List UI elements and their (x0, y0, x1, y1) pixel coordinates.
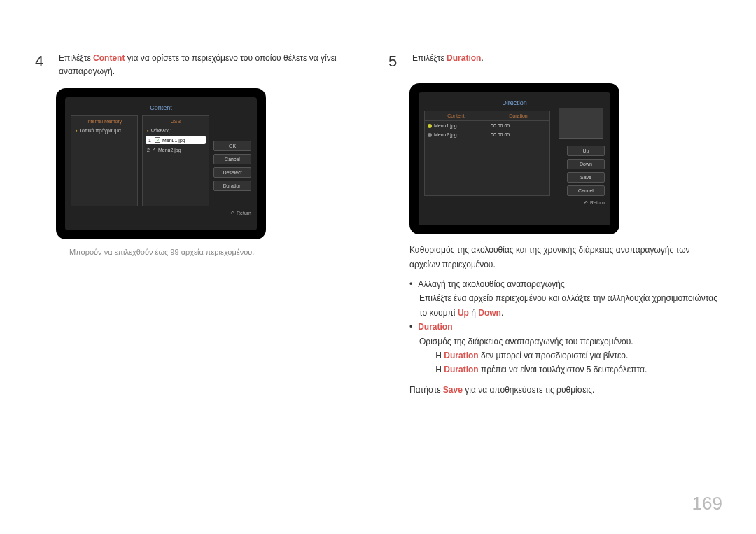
deselect-button[interactable]: Deselect (214, 167, 251, 178)
checkbox-icon: ✓ (155, 137, 160, 143)
checkbox-icon: ✓ (152, 147, 156, 153)
folder-icon: ▪ (76, 128, 77, 133)
text: Πατήστε (410, 385, 443, 395)
button-column: Up Down Save Cancel (567, 146, 605, 196)
content-keyword: Content (93, 53, 125, 63)
item-label: Τοπικό πρόγραμμα (79, 128, 120, 133)
ok-button[interactable]: OK (214, 141, 251, 151)
file-name: Menu2.jpg (158, 148, 181, 153)
text: για να αποθηκεύσετε τις ρυθμίσεις. (463, 385, 594, 395)
file-name: Menu1.jpg (434, 123, 457, 128)
folder-icon: ▪ (147, 128, 148, 133)
file-row-selected[interactable]: 1 ✓ Menu1.jpg (146, 136, 206, 144)
up-keyword: Up (458, 308, 469, 318)
bullet-subtext: Επιλέξτε ένα αρχείο περιεχομένου και αλλ… (419, 291, 721, 320)
item-label: Φάκελος1 (150, 128, 172, 133)
file-name: Menu1.jpg (162, 138, 186, 143)
duration-keyword: Duration (444, 351, 478, 360)
step-number: 5 (388, 49, 405, 73)
footnote: Μπορούν να επιλεχθούν έως 99 αρχεία περι… (56, 248, 368, 256)
dash-item: Η Duration δεν μπορεί να προσδιοριστεί γ… (419, 349, 721, 363)
duration-value: 00:00:05 (484, 132, 547, 137)
screen-title: Content (71, 101, 251, 115)
page-number: 169 (692, 493, 722, 514)
down-button[interactable]: Down (567, 159, 605, 169)
step-text: Επιλέξτε Content για να ορίσετε το περιε… (59, 49, 368, 78)
usb-panel: USB ▪ Φάκελος1 1 ✓ Menu1.jpg 2 ✓ (142, 115, 209, 206)
duration-keyword: Duration (444, 365, 478, 374)
text: πρέπει να είναι τουλάχιστον 5 δευτερόλεπ… (479, 365, 648, 374)
bullet-text: Αλλαγή της ακολουθίας αναπαραγωγής (418, 279, 565, 289)
bullet-icon (428, 133, 432, 137)
internal-memory-panel: Internal Memory ▪ Τοπικό πρόγραμμα (71, 115, 138, 206)
text: Επιλέξτε (412, 53, 447, 63)
bullet-subtext: Ορισμός της διάρκειας αναπαραγωγής του π… (419, 335, 721, 349)
text: . (501, 308, 503, 318)
bullet-icon (428, 124, 432, 128)
duration-keyword: Duration (418, 322, 452, 332)
step-4: 4 Επιλέξτε Content για να ορίσετε το περ… (35, 49, 368, 78)
content-duration-table: Content Duration Menu1.jpg 00:00:05 Menu… (424, 111, 550, 196)
return-label[interactable]: Return (71, 206, 251, 216)
step-number: 4 (35, 49, 52, 73)
paragraph: Πατήστε Save για να αποθηκεύσετε τις ρυθ… (410, 383, 721, 397)
column-header: USB (146, 119, 206, 124)
text: Επιλέξτε (59, 53, 93, 63)
down-keyword: Down (478, 308, 501, 318)
text: ή (469, 308, 478, 318)
column-header: Internal Memory (74, 119, 134, 124)
bullet-item: Αλλαγή της ακολουθίας αναπαραγωγής (410, 277, 721, 291)
file-index: 1 (147, 138, 153, 143)
table-row[interactable]: Menu1.jpg 00:00:05 (425, 121, 550, 130)
file-name: Menu2.jpg (434, 132, 457, 137)
duration-button[interactable]: Duration (214, 181, 251, 191)
text: . (481, 53, 483, 63)
cancel-button[interactable]: Cancel (567, 185, 605, 196)
column-header: Content (425, 111, 487, 121)
duration-keyword: Duration (447, 53, 481, 63)
right-column: 5 Επιλέξτε Duration. Direction Content D… (388, 49, 721, 402)
paragraph: Καθορισμός της ακολουθίας και της χρονικ… (410, 243, 721, 272)
text: Η (435, 351, 444, 360)
save-keyword: Save (443, 385, 463, 395)
table-row[interactable]: Menu2.jpg 00:00:05 (425, 130, 550, 139)
up-button[interactable]: Up (567, 146, 605, 156)
left-column: 4 Επιλέξτε Content για να ορίσετε το περ… (35, 49, 368, 402)
preview-thumbnail (559, 108, 603, 139)
cancel-button[interactable]: Cancel (214, 154, 251, 164)
list-item: ▪ Φάκελος1 (146, 127, 206, 134)
step-text: Επιλέξτε Duration. (412, 49, 721, 65)
bullet-item: Duration (410, 320, 721, 334)
step-5: 5 Επιλέξτε Duration. (388, 49, 721, 73)
text: Η (435, 365, 444, 374)
button-column: OK Cancel Deselect Duration (214, 115, 251, 206)
column-header: Duration (487, 111, 550, 121)
file-index: 2 (147, 148, 150, 153)
save-button[interactable]: Save (567, 172, 605, 183)
return-label[interactable]: Return (424, 196, 605, 206)
text: δεν μπορεί να προσδιοριστεί για βίντεο. (479, 351, 629, 360)
file-row[interactable]: 2 ✓ Menu2.jpg (146, 146, 206, 154)
list-item: ▪ Τοπικό πρόγραμμα (74, 127, 134, 134)
dash-item: Η Duration πρέπει να είναι τουλάχιστον 5… (419, 363, 721, 377)
device-screenshot-direction: Direction Content Duration Menu1.jpg 00:… (410, 83, 620, 234)
duration-value: 00:00:05 (484, 123, 547, 128)
device-screenshot-content: Content Internal Memory ▪ Τοπικό πρόγραμ… (56, 88, 266, 239)
